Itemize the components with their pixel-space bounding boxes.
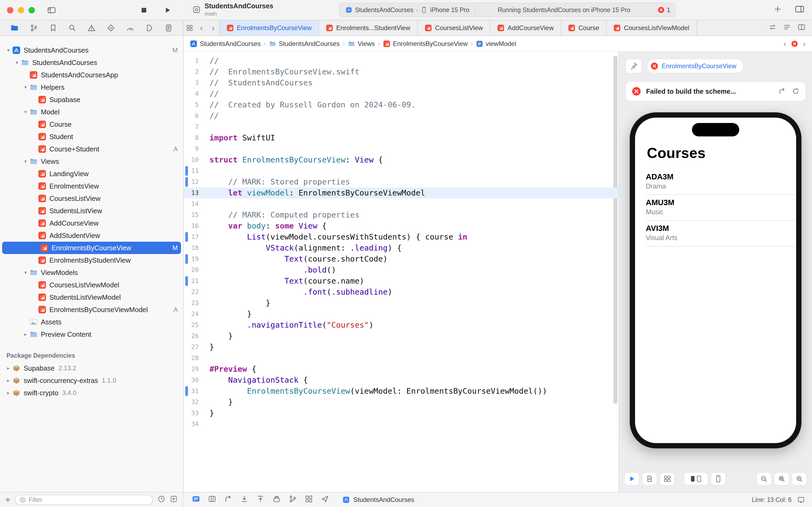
breadcrumb-views[interactable]: Views (348, 40, 375, 48)
sidebar-item-student[interactable]: Student (0, 130, 183, 143)
course-row[interactable]: AMU3MMusic (646, 195, 796, 221)
back-button[interactable]: ‹ (195, 20, 207, 36)
code-line[interactable]: 28 (184, 353, 619, 363)
sidebar-toggle-button[interactable] (46, 5, 57, 15)
find-navigator[interactable] (66, 22, 78, 34)
code-line[interactable]: 11 (184, 165, 619, 176)
source-control-navigator[interactable] (28, 22, 40, 34)
sidebar-item-supabase[interactable]: Supabase (0, 94, 183, 106)
code-line[interactable]: 17 List(viewModel.coursesWithStudents) {… (184, 231, 619, 242)
tab-course[interactable]: Course (561, 20, 606, 36)
code-line[interactable]: 29#Preview { (184, 363, 619, 375)
breadcrumb-studentsandcourses[interactable]: StudentsAndCourses (190, 40, 261, 48)
filter-add-icon[interactable] (170, 495, 178, 503)
zoom-fit-button[interactable] (774, 472, 789, 485)
disclosure-icon[interactable]: ▸ (4, 378, 12, 384)
zoom-out-button[interactable] (757, 472, 771, 485)
disclosure-icon[interactable]: ▸ (4, 390, 12, 396)
disclosure-icon[interactable]: ▸ (21, 331, 30, 337)
disclosure-icon[interactable]: ▾ (21, 84, 30, 90)
jump-error-icon[interactable] (791, 40, 798, 47)
pin-preview-button[interactable] (626, 59, 642, 73)
sidebar-item-viewmodels[interactable]: ▾ViewModels (0, 266, 183, 279)
breadcrumb-studentsandcourses[interactable]: StudentsAndCourses (269, 40, 340, 48)
code-line[interactable]: 26 } (184, 331, 619, 342)
retry-build-icon[interactable] (792, 87, 800, 95)
sidebar-item-courseslistviewmodel[interactable]: CoursesListViewModel (0, 279, 183, 291)
code-line[interactable]: 5// Created by Russell Gordon on 2024-06… (184, 99, 619, 110)
disclosure-icon[interactable]: ▾ (21, 158, 30, 164)
reports-navigator[interactable] (163, 22, 175, 34)
sidebar-item-enrolmentsview[interactable]: EnrolmentsView (0, 180, 183, 192)
add-item-button[interactable]: + (5, 496, 10, 504)
preview-target-chip[interactable]: EnrolmentsByCourseView (647, 59, 743, 73)
disclosure-icon[interactable]: ▾ (21, 270, 30, 276)
sidebar-item-model[interactable]: ▾Model (0, 106, 183, 118)
editor-options-button[interactable] (192, 495, 200, 505)
tab-courseslistviewmodel[interactable]: CoursesListViewModel (606, 20, 697, 36)
sidebar-item-enrolmentsbycourseview[interactable]: EnrolmentsByCourseViewM (2, 242, 181, 254)
tests-navigator[interactable] (105, 22, 117, 34)
branch-button[interactable] (288, 495, 297, 505)
grid-button[interactable] (304, 495, 313, 505)
tab-courseslistview[interactable]: CoursesListView (418, 20, 490, 36)
code-line[interactable]: 24 } (184, 308, 619, 320)
code-line[interactable]: 2// EnrolmentsByCourseView.swift (184, 66, 619, 77)
code-line[interactable]: 8import SwiftUI (184, 132, 619, 144)
course-row[interactable]: AVI3MVisual Arts (646, 221, 796, 246)
jump-back-icon[interactable]: ‹ (784, 39, 786, 48)
stack-button[interactable] (272, 495, 281, 505)
code-line[interactable]: 12 // MARK: Stored properties (184, 176, 619, 187)
diagnostics-icon[interactable] (778, 87, 786, 95)
sidebar-item-studentslistview[interactable]: StudentsListView (0, 205, 183, 217)
project-navigator[interactable] (9, 22, 20, 34)
split-columns-button[interactable] (208, 495, 217, 505)
disclosure-icon[interactable]: ▾ (21, 109, 30, 115)
sidebar-item-swift-crypto[interactable]: ▸swift-crypto3.4.0 (0, 387, 183, 399)
sidebar-item-addcourseview[interactable]: AddCourseView (0, 217, 183, 229)
sidebar-item-addstudentview[interactable]: AddStudentView (0, 229, 183, 242)
bookmarks-navigator[interactable] (47, 22, 59, 34)
build-error-banner[interactable]: Failed to build the scheme... (626, 81, 806, 101)
live-preview-button[interactable] (625, 472, 639, 485)
pull-down-button[interactable] (240, 495, 249, 505)
sidebar-item-studentslistviewmodel[interactable]: StudentsListViewModel (0, 291, 183, 303)
minimap-button[interactable] (783, 23, 791, 33)
activity-view[interactable]: StudentsAndCourses › iPhone 15 Pro Runni… (339, 3, 676, 17)
code-line[interactable]: 21 Text(course.name) (184, 276, 619, 287)
sidebar-item-helpers[interactable]: ▾Helpers (0, 81, 183, 94)
jump-back-button[interactable] (224, 495, 233, 505)
device-settings-button[interactable] (711, 472, 726, 485)
code-line[interactable]: 31 EnrolmentsByCourseView(viewModel: Enr… (184, 386, 619, 397)
code-line[interactable]: 7 (184, 121, 619, 132)
course-row[interactable]: ADA3MDrama (646, 169, 796, 195)
code-line[interactable]: 1// (184, 55, 619, 66)
sidebar-item-supabase[interactable]: ▸Supabase2.13.2 (0, 362, 183, 374)
sidebar-item-preview-content[interactable]: ▸Preview Content (0, 328, 183, 340)
code-line[interactable]: 3// StudentsAndCourses (184, 77, 619, 88)
zoom-in-button[interactable] (792, 472, 807, 485)
code-line[interactable]: 10struct EnrolmentsByCourseView: View { (184, 154, 619, 165)
sidebar-item-assets[interactable]: Assets (0, 316, 183, 328)
code-line[interactable]: 15 // MARK: Computed properties (184, 210, 619, 220)
sidebar-item-enrolmentsbycourseviewmodel[interactable]: EnrolmentsByCourseViewModelA (0, 303, 183, 316)
sidebar-item-enrolmentsbystudentview[interactable]: EnrolmentsByStudentView (0, 254, 183, 266)
sidebar-item-course-student[interactable]: Course+StudentA (0, 143, 183, 155)
code-line[interactable]: 4// (184, 88, 619, 99)
inspector-toggle-icon[interactable] (795, 5, 805, 13)
issues-navigator[interactable] (85, 22, 98, 34)
filter-input[interactable] (29, 496, 149, 504)
breakpoints-navigator[interactable] (143, 22, 155, 34)
code-line[interactable]: 9 (184, 144, 619, 154)
push-up-button[interactable] (256, 495, 265, 505)
preview-text-button[interactable] (642, 472, 657, 485)
sidebar-item-studentsandcoursesapp[interactable]: StudentsAndCoursesApp (0, 69, 183, 81)
running-app-indicator[interactable]: StudentsAndCourses (342, 496, 414, 504)
code-line[interactable]: 23 } (184, 297, 619, 308)
forward-button[interactable]: › (207, 20, 219, 36)
sidebar-item-studentsandcourses[interactable]: ▾StudentsAndCourses (0, 56, 183, 69)
code-review-button[interactable] (768, 23, 776, 33)
code-line[interactable]: 19 Text(course.shortCode) (184, 253, 619, 265)
activity-destination[interactable]: StudentsAndCourses › iPhone 15 Pro (340, 3, 475, 17)
code-line[interactable]: 13 let viewModel: EnrolmentsByCourseView… (184, 187, 619, 199)
